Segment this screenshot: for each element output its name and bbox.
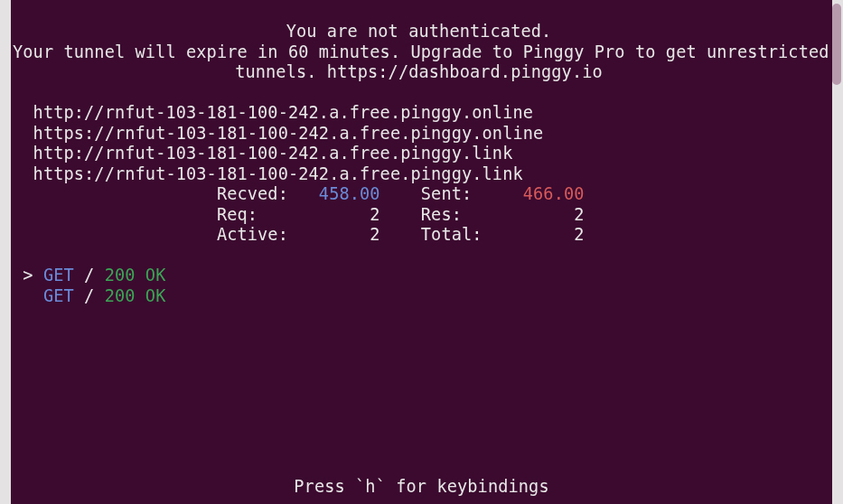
stats-row-active: Active: 2 Total: 2 (13, 225, 825, 245)
terminal-output: You are not authenticated.Your tunnel wi… (13, 2, 825, 306)
auth-warning-line1: You are not authenticated. (13, 22, 825, 42)
tunnel-url: http://rnfut-103-181-100-242.a.free.ping… (13, 103, 533, 122)
tunnel-url: https://rnfut-103-181-100-242.a.free.pin… (13, 124, 543, 143)
footer-hint: Press `h` for keybindings (0, 477, 843, 497)
tunnel-url: https://rnfut-103-181-100-242.a.free.pin… (13, 164, 523, 183)
auth-warning-line3: tunnels. https://dashboard.pinggy.io (13, 62, 825, 82)
scrollbar-thumb[interactable] (832, 4, 841, 85)
window-edge-left (0, 0, 11, 504)
stats-row-reqres: Req: 2 Res: 2 (13, 205, 825, 225)
auth-warning-line2: Your tunnel will expire in 60 minutes. U… (13, 42, 825, 62)
request-log-row: GET / 200 OK (13, 286, 165, 305)
stats-row-bytes: Recved: 458.00 Sent: 466.00 (13, 184, 825, 204)
request-log-row: > GET / 200 OK (13, 266, 165, 285)
tunnel-url: http://rnfut-103-181-100-242.a.free.ping… (13, 144, 512, 163)
